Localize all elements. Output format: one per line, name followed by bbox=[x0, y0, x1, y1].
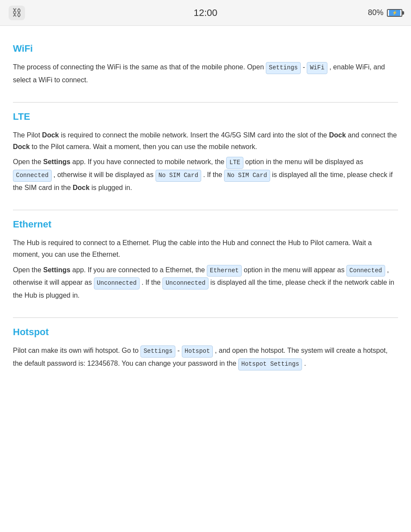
bold-settings-lte: Settings bbox=[43, 158, 70, 165]
section-wifi: WiFi The process of connecting the WiFi … bbox=[13, 34, 398, 103]
hotspot-paragraph-1: Pilot can make its own wifi hotspot. Go … bbox=[13, 345, 398, 370]
bold-dock-3: Dock bbox=[13, 143, 30, 150]
badge-no-sim-1: No SIM Card bbox=[156, 170, 201, 182]
status-bar-left: ⛓ bbox=[9, 6, 25, 20]
badge-connected-ethernet: Connected bbox=[346, 265, 385, 277]
section-hotspot: Hotspot Pilot can make its own wifi hots… bbox=[13, 318, 398, 387]
section-title-ethernet: Ethernet bbox=[13, 219, 398, 230]
main-content: WiFi The process of connecting the WiFi … bbox=[0, 26, 411, 395]
wifi-paragraph-1: The process of connecting the WiFi is th… bbox=[13, 61, 398, 86]
battery-arrow: ⚡ bbox=[392, 10, 397, 15]
section-title-lte: LTE bbox=[13, 111, 398, 122]
ethernet-paragraph-2: Open the Settings app. If you are connec… bbox=[13, 264, 398, 302]
chain-icon: ⛓ bbox=[9, 6, 25, 20]
status-bar: ⛓ 12:00 80% ⚡ bbox=[0, 0, 411, 26]
badge-lte: LTE bbox=[226, 157, 243, 169]
status-time: 12:00 bbox=[193, 7, 217, 19]
lte-paragraph-2: Open the Settings app. If you have conne… bbox=[13, 156, 398, 193]
badge-hotspot-settings: Hotspot Settings bbox=[238, 358, 302, 370]
badge-settings-wifi: Settings bbox=[266, 62, 301, 74]
lte-paragraph-1: The Pilot Dock is required to connect th… bbox=[13, 129, 398, 152]
badge-connected-lte: Connected bbox=[13, 170, 52, 182]
badge-no-sim-2: No SIM Card bbox=[224, 170, 270, 182]
badge-wifi: WiFi bbox=[307, 62, 327, 74]
bold-dock-2: Dock bbox=[329, 131, 346, 139]
section-title-hotspot: Hotspot bbox=[13, 327, 398, 338]
section-title-wifi: WiFi bbox=[13, 43, 398, 54]
battery-icon: ⚡ bbox=[387, 9, 402, 17]
bold-settings-ethernet: Settings bbox=[43, 266, 70, 274]
badge-unconnected-1: Unconnected bbox=[94, 277, 140, 289]
badge-hotspot: Hotspot bbox=[182, 345, 213, 358]
ethernet-paragraph-1: The Hub is required to connect to a Ethe… bbox=[13, 237, 398, 260]
badge-settings-hotspot: Settings bbox=[140, 345, 175, 358]
badge-ethernet: Ethernet bbox=[207, 265, 242, 277]
section-lte: LTE The Pilot Dock is required to connec… bbox=[13, 103, 398, 210]
badge-unconnected-2: Unconnected bbox=[162, 277, 208, 289]
bold-dock-4: Dock bbox=[73, 184, 90, 191]
bold-dock-1: Dock bbox=[42, 131, 59, 139]
status-battery: 80% ⚡ bbox=[368, 8, 402, 17]
section-ethernet: Ethernet The Hub is required to connect … bbox=[13, 210, 398, 318]
battery-percent: 80% bbox=[368, 8, 383, 17]
